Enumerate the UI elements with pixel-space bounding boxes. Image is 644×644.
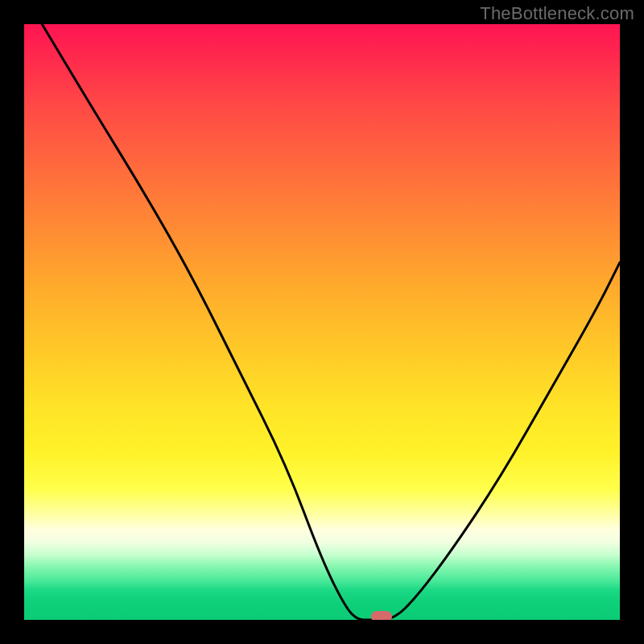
chart-frame: TheBottleneck.com bbox=[0, 0, 644, 644]
bottleneck-curve bbox=[24, 24, 620, 620]
optimal-marker bbox=[371, 611, 392, 620]
plot-area bbox=[24, 24, 620, 620]
watermark-text: TheBottleneck.com bbox=[480, 3, 634, 24]
